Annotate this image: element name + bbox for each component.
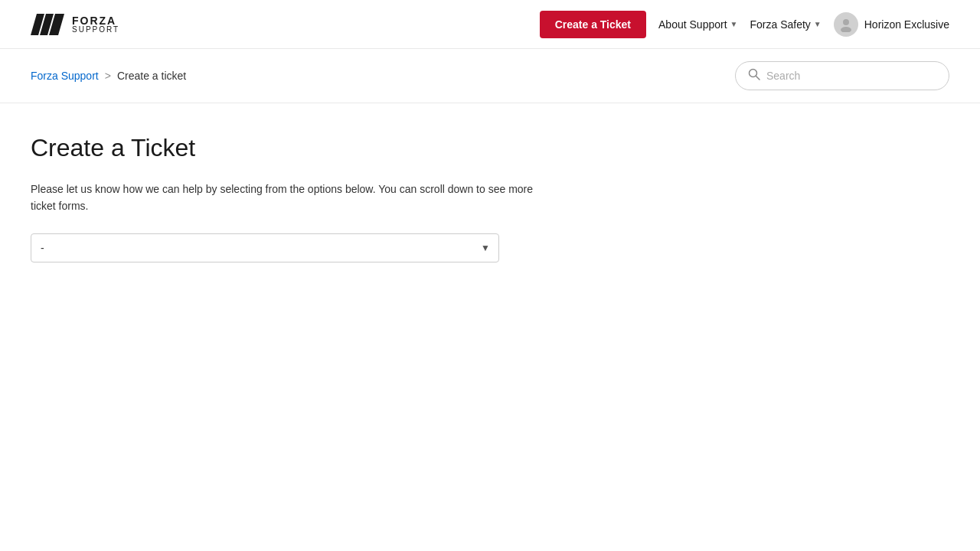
site-header: FORZA SUPPORT Create a Ticket About Supp… [0, 0, 980, 49]
ticket-type-select[interactable]: - [31, 233, 499, 262]
search-input[interactable] [766, 70, 936, 82]
logo-area: FORZA SUPPORT [31, 14, 119, 35]
breadcrumb-separator: > [105, 70, 111, 82]
user-name-label: Horizon Exclusive [864, 18, 949, 31]
ticket-type-dropdown-container: - ▼ [31, 233, 499, 262]
user-menu[interactable]: Horizon Exclusive [834, 12, 949, 37]
user-avatar-icon [834, 12, 858, 37]
forza-safety-label: Forza Safety [750, 18, 810, 31]
page-title: Create a Ticket [31, 134, 551, 162]
about-support-link[interactable]: About Support ▼ [658, 18, 737, 31]
breadcrumb-current: Create a ticket [117, 70, 186, 82]
logo-sub: SUPPORT [72, 26, 119, 34]
description-text: Please let us know how we can help by se… [31, 181, 551, 215]
nav-area: Create a Ticket About Support ▼ Forza Sa… [540, 11, 949, 38]
about-support-chevron-icon: ▼ [730, 20, 738, 28]
logo-brand: FORZA [72, 15, 119, 26]
search-icon [748, 68, 760, 83]
breadcrumb: Forza Support > Create a ticket [31, 70, 186, 82]
forza-logo-icon [31, 14, 64, 35]
breadcrumb-home-link[interactable]: Forza Support [31, 70, 99, 82]
search-container [735, 61, 949, 90]
logo-text: FORZA SUPPORT [72, 15, 119, 34]
sub-header: Forza Support > Create a ticket [0, 49, 980, 103]
forza-safety-link[interactable]: Forza Safety ▼ [750, 18, 821, 31]
main-content: Create a Ticket Please let us know how w… [0, 103, 582, 293]
about-support-label: About Support [658, 18, 727, 31]
svg-line-6 [756, 77, 760, 80]
svg-point-3 [843, 19, 849, 25]
forza-safety-chevron-icon: ▼ [814, 20, 822, 28]
create-ticket-button[interactable]: Create a Ticket [540, 11, 646, 38]
svg-point-4 [841, 27, 851, 32]
